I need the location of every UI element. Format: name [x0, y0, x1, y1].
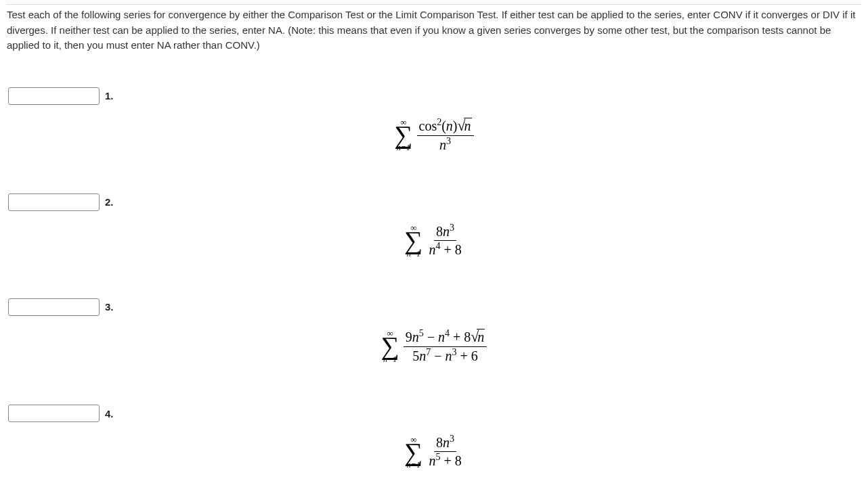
sigma-symbol: ∑ — [394, 124, 412, 145]
sigma-bottom: n=1 — [383, 355, 397, 363]
sigma-bottom: n=1 — [407, 461, 420, 469]
formula-4: ∞ ∑ n=1 8n3 n5 + 8 — [404, 434, 463, 469]
formula-2: ∞ ∑ n=1 8n3 n4 + 8 — [404, 223, 463, 258]
sigma-symbol: ∑ — [381, 336, 399, 356]
problem-4: 4. ∞ ∑ n=1 8n3 n5 + 8 — [7, 405, 861, 469]
problem-1: 1. ∞ ∑ n=1 cos2(n)√n n3 — [7, 87, 861, 153]
problem-number-2: 2. — [105, 196, 114, 208]
sigma-bottom: n=1 — [407, 250, 420, 258]
formula-1: ∞ ∑ n=1 cos2(n)√n n3 — [394, 117, 473, 153]
problem-number-3: 3. — [105, 301, 114, 313]
answer-input-3[interactable] — [8, 298, 100, 316]
problem-number-1: 1. — [105, 90, 114, 101]
problem-number-4: 4. — [105, 408, 114, 419]
problem-2: 2. ∞ ∑ n=1 8n3 n4 + 8 — [7, 193, 861, 258]
sigma-symbol: ∑ — [404, 442, 422, 462]
sigma-symbol: ∑ — [404, 230, 422, 250]
problem-3: 3. ∞ ∑ n=1 9n5 − n4 + 8√n 5n7 − n3 + 6 — [7, 298, 861, 364]
formula-3: ∞ ∑ n=1 9n5 − n4 + 8√n 5n7 − n3 + 6 — [381, 328, 487, 364]
answer-input-1[interactable] — [8, 87, 100, 105]
instructions-text: Test each of the following series for co… — [7, 4, 861, 53]
answer-input-2[interactable] — [8, 193, 100, 211]
sigma-bottom: n=1 — [397, 143, 410, 152]
answer-input-4[interactable] — [8, 405, 100, 422]
